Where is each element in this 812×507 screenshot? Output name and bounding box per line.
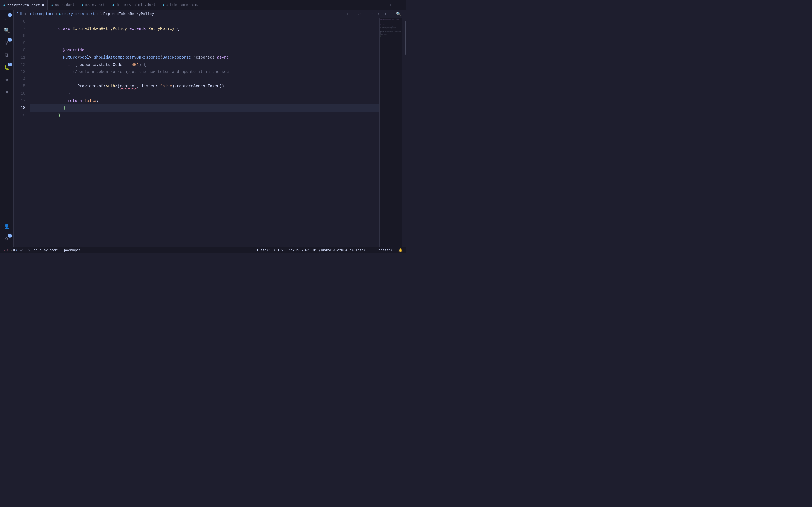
- code-line-19: [30, 112, 379, 119]
- stop-btn[interactable]: □: [388, 11, 394, 17]
- activity-bar: ⬚ 1 🔍 ⑂ 1 ⧉ 🐛 1 ⚗ ▶: [0, 10, 13, 247]
- status-debug[interactable]: ▷ Debug my code + packages: [27, 248, 81, 252]
- prettier-label: Prettier: [376, 248, 393, 252]
- tab-bar: ◆ retrytoken.dart ◆ auth.dart ◆ main.dar…: [0, 0, 406, 10]
- ln-9: 9: [13, 40, 26, 47]
- account-icon: 👤: [4, 224, 10, 229]
- tab-label: retrytoken.dart: [7, 3, 40, 7]
- split-editor-btn[interactable]: ⊟: [388, 1, 393, 9]
- ln-12: 12: [13, 61, 26, 69]
- dart-icon-auth: ◆: [51, 3, 53, 7]
- tab-actions: ⊟ ···: [388, 1, 406, 9]
- search-btn[interactable]: 🔍: [395, 10, 403, 17]
- settings-badge: 1: [8, 234, 12, 238]
- grid-view-btn[interactable]: ⊞: [344, 10, 350, 17]
- status-right: Flutter: 3.0.5 Nexus 5 API 31 (android-a…: [253, 248, 404, 252]
- debug-play-icon: ▷: [28, 248, 30, 252]
- activity-debug[interactable]: 🐛 1: [1, 62, 12, 73]
- split-view-btn[interactable]: ⊟: [350, 10, 356, 17]
- tab-label-main: main.dart: [86, 3, 105, 7]
- code-editor[interactable]: 6 7 8 9 10 11 12 13 14 15 16 17 18 19: [13, 18, 406, 247]
- activity-test[interactable]: ⚗: [1, 74, 12, 86]
- breadcrumb-symbol-icon: ⬡: [100, 12, 102, 16]
- warning-count: 0: [13, 248, 15, 252]
- run-btn[interactable]: ⚡: [375, 10, 381, 17]
- code-line-8: [30, 33, 379, 40]
- dart-icon-main: ◆: [82, 3, 84, 7]
- breadcrumb-sep-3: ›: [96, 12, 98, 16]
- ln-10: 10: [13, 47, 26, 54]
- activity-search[interactable]: 🔍: [1, 25, 12, 36]
- tab-label-auth: auth.dart: [55, 3, 75, 7]
- code-line-6: class ExpiredTokenRetryPolicy extends Re…: [30, 18, 379, 25]
- flutter-icon: ▶: [5, 89, 8, 96]
- ln-11: 11: [13, 54, 26, 61]
- ln-14: 14: [13, 76, 26, 83]
- test-icon: ⚗: [5, 77, 8, 83]
- device-label: Nexus 5 API 31 (android-arm64 emulator): [289, 248, 368, 252]
- tab-modified-dot: [42, 4, 44, 6]
- ln-8: 8: [13, 33, 26, 40]
- ln-13: 13: [13, 68, 26, 76]
- info-count: 62: [18, 248, 22, 252]
- code-line-16: return false;: [30, 90, 379, 98]
- breadcrumb-interceptors[interactable]: interceptors: [28, 12, 54, 16]
- tab-auth[interactable]: ◆ auth.dart: [48, 0, 78, 10]
- ln-16: 16: [13, 90, 26, 98]
- status-errors[interactable]: ✕ 1 ⚠ 0 ℹ 62: [2, 248, 24, 252]
- breadcrumb-lib[interactable]: lib: [17, 12, 23, 16]
- activity-source-control[interactable]: ⑂ 1: [1, 37, 12, 48]
- breadcrumb-file[interactable]: retrytoken.dart: [62, 12, 95, 16]
- tab-label-admin: admin_screen.c…: [166, 3, 199, 7]
- breadcrumb-sep-1: ›: [24, 12, 27, 16]
- warning-icon: ⚠: [10, 248, 11, 252]
- status-bell[interactable]: 🔔: [397, 248, 404, 252]
- dart-icon-admin: ◆: [163, 3, 165, 7]
- code-line-14: Provider.of<Auth>(context, listen: false…: [30, 76, 379, 83]
- status-flutter[interactable]: Flutter: 3.0.5: [253, 248, 284, 252]
- tab-retrytoken[interactable]: ◆ retrytoken.dart: [0, 0, 48, 10]
- dart-icon: ◆: [3, 3, 5, 7]
- breadcrumb-sep-2: ›: [56, 12, 58, 16]
- code-line-18: }: [30, 105, 379, 112]
- activity-account[interactable]: 👤: [1, 221, 12, 232]
- more-actions-btn[interactable]: ···: [393, 1, 404, 9]
- right-gutter: [402, 18, 406, 247]
- settings-icon: ⚙: [5, 236, 8, 242]
- breadcrumb-symbol[interactable]: ExpiredTokenRetryPolicy: [103, 12, 154, 16]
- tab-main[interactable]: ◆ main.dart: [79, 0, 109, 10]
- files-badge: 1: [8, 13, 12, 17]
- debug-label: Debug my code + packages: [32, 248, 80, 252]
- activity-extensions[interactable]: ⧉: [1, 50, 12, 61]
- source-control-icon: ⑂: [5, 40, 8, 46]
- error-count: 1: [6, 248, 8, 252]
- source-control-badge: 1: [8, 38, 12, 42]
- activity-settings[interactable]: ⚙ 1: [1, 233, 12, 244]
- ln-15: 15: [13, 83, 26, 90]
- ln-19: 19: [13, 112, 26, 119]
- tab-adminscreen[interactable]: ◆ admin_screen.c…: [159, 0, 203, 10]
- line-numbers: 6 7 8 9 10 11 12 13 14 15 16 17 18 19: [13, 18, 28, 247]
- code-line-9: @override: [30, 40, 379, 47]
- go-up-btn[interactable]: ↑: [369, 11, 375, 17]
- tab-insertvehicle[interactable]: ◆ insertvehicle.dart: [109, 0, 159, 10]
- tab-label-insert: insertvehicle.dart: [116, 3, 155, 7]
- go-down-btn[interactable]: ↓: [363, 11, 368, 17]
- breadcrumb: lib › interceptors › ◆ retrytoken.dart ›…: [13, 10, 406, 18]
- flutter-version: Flutter: 3.0.5: [254, 248, 283, 252]
- code-content[interactable]: class ExpiredTokenRetryPolicy extends Re…: [28, 18, 379, 247]
- status-device[interactable]: Nexus 5 API 31 (android-arm64 emulator): [287, 248, 369, 252]
- activity-flutter[interactable]: ▶: [1, 87, 12, 98]
- refresh-btn[interactable]: ↺: [382, 10, 388, 17]
- ln-7: 7: [13, 25, 26, 33]
- extensions-icon: ⧉: [5, 52, 8, 58]
- breadcrumb-dart-icon: ◆: [59, 12, 61, 16]
- dart-icon-insert: ◆: [112, 3, 114, 7]
- status-bar: ✕ 1 ⚠ 0 ℹ 62 ▷ Debug my code + packages …: [0, 247, 406, 253]
- minimap-content: class ExpiredTokenRetryPolicy extends Re…: [380, 18, 402, 39]
- go-back-btn[interactable]: ↩: [356, 10, 362, 17]
- status-prettier[interactable]: ✓ Prettier: [372, 248, 394, 252]
- files-icon: ⬚: [5, 15, 8, 21]
- activity-files[interactable]: ⬚ 1: [1, 12, 12, 24]
- minimap: class ExpiredTokenRetryPolicy extends Re…: [379, 18, 402, 247]
